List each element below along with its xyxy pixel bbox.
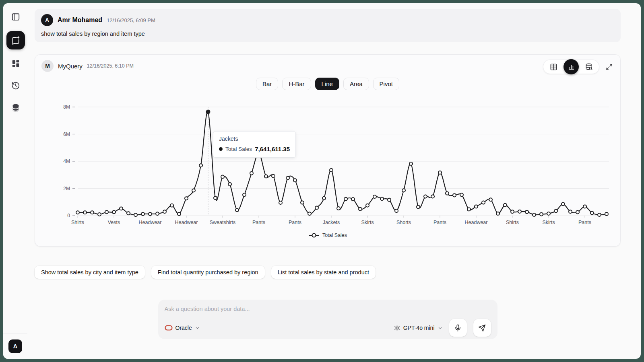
- history-icon: [11, 81, 20, 90]
- question-input[interactable]: [165, 306, 491, 312]
- suggestion-chip[interactable]: Find total quantity purchased by region: [151, 266, 265, 279]
- response-card: M MyQuery 12/16/2025, 6:10 PM: [35, 54, 621, 247]
- datasource-label: Oracle: [175, 325, 192, 331]
- databases-button[interactable]: [8, 100, 24, 116]
- query-view-button[interactable]: [584, 62, 594, 72]
- suggestion-chip[interactable]: Show total sales by city and item type: [35, 266, 145, 279]
- svg-text:Headwear: Headwear: [139, 220, 162, 225]
- suggestion-chip[interactable]: List total sales by state and product: [271, 266, 376, 279]
- chart-tab-bar[interactable]: Bar: [256, 78, 278, 90]
- legend-marker-icon: [308, 233, 320, 238]
- mic-icon: [454, 324, 462, 332]
- datasource-selector[interactable]: Oracle: [165, 325, 200, 331]
- svg-text:Headwear: Headwear: [465, 220, 488, 225]
- svg-text:Pants: Pants: [578, 220, 591, 225]
- message-avatar: A: [41, 14, 53, 26]
- svg-text:Pants: Pants: [433, 220, 446, 225]
- svg-text:Sweatshirts: Sweatshirts: [210, 220, 236, 225]
- svg-text:Vests: Vests: [108, 220, 120, 225]
- chart-tab-pivot[interactable]: Pivot: [373, 78, 399, 90]
- table-view-button[interactable]: [549, 62, 558, 72]
- chevron-down-icon: [438, 325, 443, 331]
- message-text: show total sales by region and item type: [41, 31, 614, 37]
- svg-text:Pants: Pants: [252, 220, 265, 225]
- database-icon: [11, 103, 20, 112]
- sidebar-toggle-button[interactable]: [8, 9, 24, 25]
- response-author: MyQuery: [58, 63, 83, 70]
- history-button[interactable]: [8, 78, 24, 94]
- dashboard-button[interactable]: [8, 56, 24, 72]
- table-icon: [550, 63, 557, 71]
- tooltip-title: Jackets: [219, 136, 290, 142]
- tooltip-series-dot: [219, 147, 223, 151]
- line-chart-svg: 02M4M6M8MShirtsVestsHeadwearHeadwearSwea…: [41, 100, 615, 228]
- svg-text:0: 0: [67, 213, 70, 218]
- svg-text:Pants: Pants: [289, 220, 301, 225]
- send-icon: [478, 324, 486, 332]
- tooltip-series-label: Total Sales: [225, 146, 252, 152]
- expand-button[interactable]: [604, 62, 614, 72]
- panel-left-icon: [11, 12, 20, 21]
- chat-area: A Amr Mohamed 12/16/2025, 6:09 PM show t…: [35, 9, 621, 339]
- line-chart[interactable]: 02M4M6M8MShirtsVestsHeadwearHeadwearSwea…: [41, 100, 615, 228]
- dashboard-icon: [11, 59, 20, 68]
- expand-icon: [606, 64, 613, 70]
- bar-chart-icon: [568, 63, 575, 71]
- chevron-down-icon: [195, 325, 200, 331]
- svg-text:Headwear: Headwear: [175, 220, 198, 225]
- tooltip-value: 7,641,611.35: [255, 146, 290, 152]
- svg-text:Jackets: Jackets: [323, 220, 340, 225]
- message-timestamp: 12/16/2025, 6:09 PM: [107, 17, 155, 23]
- send-button[interactable]: [473, 319, 491, 337]
- sidebar-footer: A: [3, 333, 27, 359]
- mic-button[interactable]: [449, 319, 467, 337]
- svg-text:4M: 4M: [63, 158, 70, 164]
- suggestions-row: Show total sales by city and item typeFi…: [35, 266, 621, 279]
- legend-label: Total Sales: [322, 232, 347, 238]
- svg-text:Shirts: Shirts: [71, 220, 84, 225]
- app-window: A A Amr Mohamed 12/16/2025, 6:09 PM show…: [3, 3, 641, 359]
- user-avatar[interactable]: A: [8, 339, 22, 353]
- svg-text:6M: 6M: [63, 132, 70, 137]
- svg-text:2M: 2M: [63, 186, 70, 191]
- chart-tab-line[interactable]: Line: [315, 78, 339, 90]
- chart-type-tabs: BarH-BarLineAreaPivot: [41, 78, 614, 90]
- chart-tooltip: Jackets Total Sales 7,641,611.35: [213, 131, 296, 158]
- model-selector[interactable]: GPT-4o mini: [394, 325, 443, 331]
- new-chat-icon: [11, 36, 20, 45]
- view-toolbar-pill: [543, 60, 599, 74]
- composer: Oracle GPT-4o mini: [158, 300, 497, 339]
- svg-text:Skirts: Skirts: [542, 220, 555, 225]
- sidebar: A: [3, 3, 28, 359]
- svg-text:Shirts: Shirts: [506, 220, 519, 225]
- model-label: GPT-4o mini: [403, 325, 435, 331]
- response-avatar: M: [41, 60, 54, 72]
- svg-text:Shorts: Shorts: [396, 220, 411, 225]
- view-toolbar: [543, 60, 614, 74]
- message-author: Amr Mohamed: [58, 16, 102, 24]
- svg-text:8M: 8M: [63, 104, 70, 110]
- response-timestamp: 12/16/2025, 6:10 PM: [87, 63, 134, 69]
- chart-tab-area[interactable]: Area: [343, 78, 369, 90]
- openai-icon: [394, 325, 400, 331]
- database-search-icon: [585, 63, 593, 71]
- main-area: A Amr Mohamed 12/16/2025, 6:09 PM show t…: [28, 3, 641, 359]
- oracle-icon: [165, 325, 173, 331]
- chart-view-button[interactable]: [564, 59, 579, 74]
- user-message-card: A Amr Mohamed 12/16/2025, 6:09 PM show t…: [35, 9, 621, 42]
- new-chat-button[interactable]: [6, 31, 25, 49]
- chart-tab-h-bar[interactable]: H-Bar: [282, 78, 311, 90]
- chart-legend: Total Sales: [41, 232, 614, 238]
- svg-text:Skirts: Skirts: [361, 220, 374, 225]
